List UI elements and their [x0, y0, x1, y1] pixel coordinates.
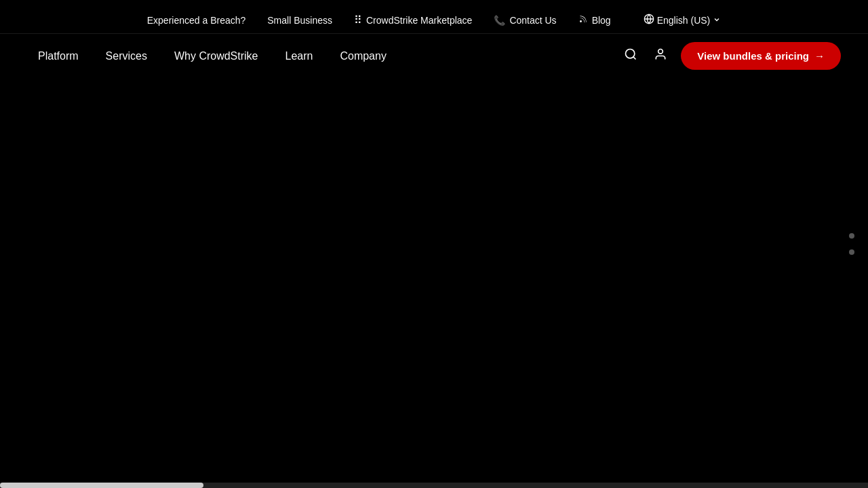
language-selector[interactable]: English (US): [644, 14, 722, 26]
marketplace-label: CrowdStrike Marketplace: [366, 15, 472, 26]
small-business-link[interactable]: Small Business: [267, 15, 332, 26]
small-business-label: Small Business: [267, 15, 332, 26]
nav-item-platform[interactable]: Platform: [27, 45, 90, 68]
main-content: [0, 78, 868, 466]
arrow-icon: →: [814, 50, 825, 62]
cta-label: View bundles & pricing: [697, 50, 809, 62]
scrollbar-thumb[interactable]: [0, 483, 203, 488]
contact-us-link[interactable]: 📞 Contact Us: [494, 15, 556, 26]
svg-point-0: [580, 20, 582, 22]
experienced-breach-label: Experienced a Breach?: [147, 15, 246, 26]
scroll-dot-2[interactable]: [849, 249, 854, 255]
account-button[interactable]: [651, 45, 670, 67]
experienced-breach-link[interactable]: Experienced a Breach?: [147, 15, 246, 26]
blog-label: Blog: [592, 15, 611, 26]
view-bundles-button[interactable]: View bundles & pricing →: [681, 42, 841, 70]
nav-item-services[interactable]: Services: [95, 45, 158, 68]
scroll-dot-1[interactable]: [849, 233, 854, 239]
search-button[interactable]: [621, 45, 640, 67]
nav-right-actions: View bundles & pricing →: [621, 42, 841, 70]
scroll-indicators: [849, 233, 854, 255]
blog-link[interactable]: Blog: [578, 14, 611, 26]
nav-item-learn[interactable]: Learn: [275, 45, 324, 68]
svg-point-3: [658, 49, 663, 54]
nav-item-company[interactable]: Company: [329, 45, 397, 68]
svg-point-2: [626, 49, 635, 58]
grid-icon: ⠿: [354, 14, 362, 26]
nav-item-why-crowdstrike[interactable]: Why CrowdStrike: [163, 45, 269, 68]
chevron-down-icon: [713, 15, 721, 26]
contact-us-label: Contact Us: [509, 15, 556, 26]
bottom-scrollbar: [0, 483, 868, 488]
main-nav: Platform Services Why CrowdStrike Learn …: [0, 34, 868, 78]
utility-bar: Experienced a Breach? Small Business ⠿ C…: [0, 0, 868, 33]
globe-icon: [644, 14, 654, 26]
nav-items: Platform Services Why CrowdStrike Learn …: [27, 45, 397, 68]
rss-icon: [578, 14, 588, 26]
phone-icon: 📞: [494, 15, 505, 26]
language-label: English (US): [657, 15, 711, 26]
marketplace-link[interactable]: ⠿ CrowdStrike Marketplace: [354, 14, 472, 26]
